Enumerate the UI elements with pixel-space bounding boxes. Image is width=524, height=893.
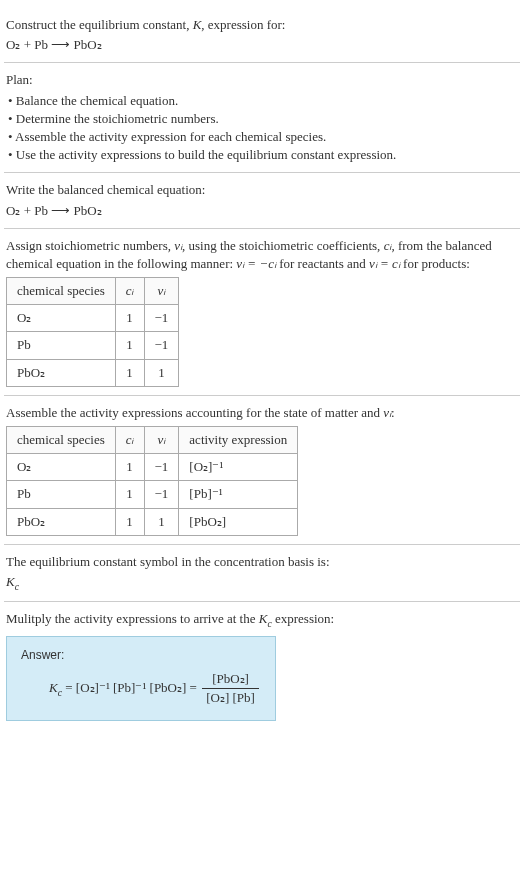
relation: νᵢ = −cᵢ [236,256,276,271]
kc-text: The equilibrium constant symbol in the c… [6,553,518,571]
kc-symbol: Kc [6,573,518,593]
stoich-para: Assign stoichiometric numbers, νᵢ, using… [6,237,518,273]
cell-species: O₂ [7,305,116,332]
cell-nui: 1 [144,508,179,535]
activity-para: Assemble the activity expressions accoun… [6,404,518,422]
table-header-row: chemical species cᵢ νᵢ [7,278,179,305]
cell-ci: 1 [115,359,144,386]
col-species: chemical species [7,427,116,454]
section-answer: Mulitply the activity expressions to arr… [4,602,520,728]
cell-nui: 1 [144,359,179,386]
balanced-equation: O₂ + Pb ⟶ PbO₂ [6,202,518,220]
multiply-para: Mulitply the activity expressions to arr… [6,610,518,630]
stoich-text: , using the stoichiometric coefficients, [182,238,384,253]
prompt-text-a: Construct the equilibrium constant, [6,17,193,32]
multiply-text: expression: [272,611,334,626]
cell-activity: [O₂]⁻¹ [179,454,298,481]
plan-list: Balance the chemical equation. Determine… [6,92,518,165]
multiply-text: Mulitply the activity expressions to arr… [6,611,259,626]
stoich-table: chemical species cᵢ νᵢ O₂ 1 −1 Pb 1 −1 P… [6,277,179,387]
cell-ci: 1 [115,481,144,508]
answer-equation: Kc = [O₂]⁻¹ [Pb]⁻¹ [PbO₂] = [PbO₂][O₂] [… [21,670,261,707]
section-plan: Plan: Balance the chemical equation. Det… [4,63,520,173]
section-prompt: Construct the equilibrium constant, K, e… [4,8,520,63]
nu-symbol: νᵢ [383,405,391,420]
plan-item: Assemble the activity expression for eac… [8,128,518,146]
table-header-row: chemical species cᵢ νᵢ activity expressi… [7,427,298,454]
cell-ci: 1 [115,305,144,332]
col-nui: νᵢ [144,427,179,454]
cell-species: Pb [7,332,116,359]
stoich-text: for reactants and [276,256,369,271]
table-row: O₂ 1 −1 [7,305,179,332]
cell-species: O₂ [7,454,116,481]
relation: νᵢ = cᵢ [369,256,400,271]
col-ci: cᵢ [115,427,144,454]
fraction-denominator: [O₂] [Pb] [202,689,259,707]
section-stoich: Assign stoichiometric numbers, νᵢ, using… [4,229,520,396]
col-ci: cᵢ [115,278,144,305]
cell-nui: −1 [144,454,179,481]
cell-nui: −1 [144,305,179,332]
answer-label: Answer: [21,647,261,664]
table-row: O₂ 1 −1 [O₂]⁻¹ [7,454,298,481]
plan-title: Plan: [6,71,518,89]
kc-lhs: Kc [49,680,62,695]
stoich-text: for products: [400,256,470,271]
stoich-text: Assign stoichiometric numbers, [6,238,174,253]
balanced-title: Write the balanced chemical equation: [6,181,518,199]
col-activity: activity expression [179,427,298,454]
plan-item: Use the activity expressions to build th… [8,146,518,164]
cell-ci: 1 [115,508,144,535]
prompt-line: Construct the equilibrium constant, K, e… [6,16,518,34]
cell-activity: [PbO₂] [179,508,298,535]
plan-item: Determine the stoichiometric numbers. [8,110,518,128]
activity-table: chemical species cᵢ νᵢ activity expressi… [6,426,298,536]
nu-symbol: νᵢ [174,238,182,253]
answer-box: Answer: Kc = [O₂]⁻¹ [Pb]⁻¹ [PbO₂] = [PbO… [6,636,276,720]
section-balanced: Write the balanced chemical equation: O₂… [4,173,520,228]
reaction-equation: O₂ + Pb ⟶ PbO₂ [6,36,518,54]
activity-text: : [391,405,395,420]
section-activity: Assemble the activity expressions accoun… [4,396,520,545]
section-kc-symbol: The equilibrium constant symbol in the c… [4,545,520,602]
col-species: chemical species [7,278,116,305]
col-nui: νᵢ [144,278,179,305]
cell-species: PbO₂ [7,359,116,386]
cell-activity: [Pb]⁻¹ [179,481,298,508]
table-row: Pb 1 −1 [7,332,179,359]
cell-nui: −1 [144,332,179,359]
table-row: PbO₂ 1 1 [7,359,179,386]
answer-expr: = [O₂]⁻¹ [Pb]⁻¹ [PbO₂] = [62,680,200,695]
plan-item: Balance the chemical equation. [8,92,518,110]
cell-ci: 1 [115,454,144,481]
fraction-numerator: [PbO₂] [202,670,259,689]
table-row: PbO₂ 1 1 [PbO₂] [7,508,298,535]
cell-species: PbO₂ [7,508,116,535]
answer-fraction: [PbO₂][O₂] [Pb] [202,670,259,707]
prompt-text-b: , expression for: [201,17,285,32]
cell-ci: 1 [115,332,144,359]
kc-inline: Kc [259,611,272,626]
activity-text: Assemble the activity expressions accoun… [6,405,383,420]
cell-nui: −1 [144,481,179,508]
cell-species: Pb [7,481,116,508]
table-row: Pb 1 −1 [Pb]⁻¹ [7,481,298,508]
